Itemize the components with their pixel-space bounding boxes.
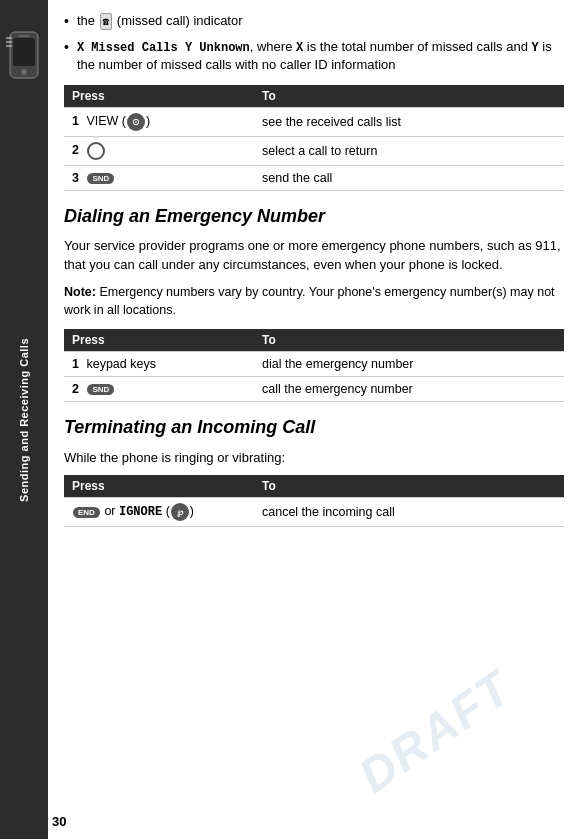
table1-row2-to: select a call to return — [254, 136, 564, 165]
table3-header-to: To — [254, 475, 564, 498]
table2: Press To 1 keypad keys dial the emergenc… — [64, 329, 564, 402]
list-item: X Missed Calls Y Unknown, where X is the… — [64, 38, 564, 75]
table3-header-press: Press — [64, 475, 254, 498]
table1-header-press: Press — [64, 85, 254, 108]
sidebar-label: Sending and Receiving Calls — [18, 338, 30, 502]
table1-row1-press: 1 VIEW (⊙) — [64, 107, 254, 136]
section1-body: Your service provider programs one or mo… — [64, 236, 564, 275]
table3-row1-press: END or IGNORE (℘) — [64, 498, 254, 527]
table2-header-to: To — [254, 329, 564, 352]
list-item: the ☎ (missed call) indicator — [64, 12, 564, 32]
section-terminate: Terminating an Incoming Call While the p… — [64, 416, 564, 467]
table2-row1-press: 1 keypad keys — [64, 352, 254, 377]
table1-row1-to: see the received calls list — [254, 107, 564, 136]
bullet-list: the ☎ (missed call) indicator X Missed C… — [64, 12, 564, 75]
var-x: X — [296, 41, 303, 55]
bullet2-text: X Missed Calls Y Unknown, where X is the… — [77, 38, 564, 75]
note-label: Note: — [64, 285, 96, 299]
bullet1-text: the ☎ (missed call) indicator — [77, 12, 564, 30]
nav-circle-icon — [87, 142, 105, 160]
snd-button-icon: SND — [87, 173, 114, 184]
page-number: 30 — [52, 814, 66, 829]
table2-row2-to: call the emergency number — [254, 377, 564, 402]
snd-button-icon2: SND — [87, 384, 114, 395]
section2-body: While the phone is ringing or vibrating: — [64, 448, 564, 468]
table1: Press To 1 VIEW (⊙) see the received cal… — [64, 85, 564, 191]
table-row: 1 VIEW (⊙) see the received calls list — [64, 107, 564, 136]
section1-heading: Dialing an Emergency Number — [64, 205, 564, 228]
table3: Press To END or IGNORE (℘) cancel the in… — [64, 475, 564, 527]
end-button-icon: END — [73, 507, 100, 518]
section1-note: Note: Emergency numbers vary by country.… — [64, 283, 564, 319]
table2-row2-press: 2 SND — [64, 377, 254, 402]
table-row: 1 keypad keys dial the emergency number — [64, 352, 564, 377]
table1-row3-to: send the call — [254, 165, 564, 190]
view-button-icon: ⊙ — [127, 113, 145, 131]
svg-point-2 — [21, 69, 27, 75]
svg-rect-1 — [13, 38, 35, 66]
table-row: END or IGNORE (℘) cancel the incoming ca… — [64, 498, 564, 527]
table-row: 3 SND send the call — [64, 165, 564, 190]
phone-icon — [6, 30, 42, 80]
svg-rect-3 — [19, 35, 29, 37]
var-y: Y — [532, 41, 539, 55]
note-body: Emergency numbers vary by country. Your … — [64, 285, 555, 317]
missed-call-icon: ☎ — [100, 13, 113, 30]
table1-row2-press: 2 — [64, 136, 254, 165]
table1-header-to: To — [254, 85, 564, 108]
section2-heading: Terminating an Incoming Call — [64, 416, 564, 439]
table2-row1-to: dial the emergency number — [254, 352, 564, 377]
mono-text: X Missed Calls Y Unknown — [77, 41, 250, 55]
main-content: the ☎ (missed call) indicator X Missed C… — [48, 0, 582, 839]
table2-header-press: Press — [64, 329, 254, 352]
ignore-circle-icon: ℘ — [171, 503, 189, 521]
table-row: 2 select a call to return — [64, 136, 564, 165]
section-emergency: Dialing an Emergency Number Your service… — [64, 205, 564, 320]
table1-row3-press: 3 SND — [64, 165, 254, 190]
table-row: 2 SND call the emergency number — [64, 377, 564, 402]
ignore-text: IGNORE ( — [119, 504, 170, 518]
table3-row1-to: cancel the incoming call — [254, 498, 564, 527]
sidebar: Sending and Receiving Calls — [0, 0, 48, 839]
